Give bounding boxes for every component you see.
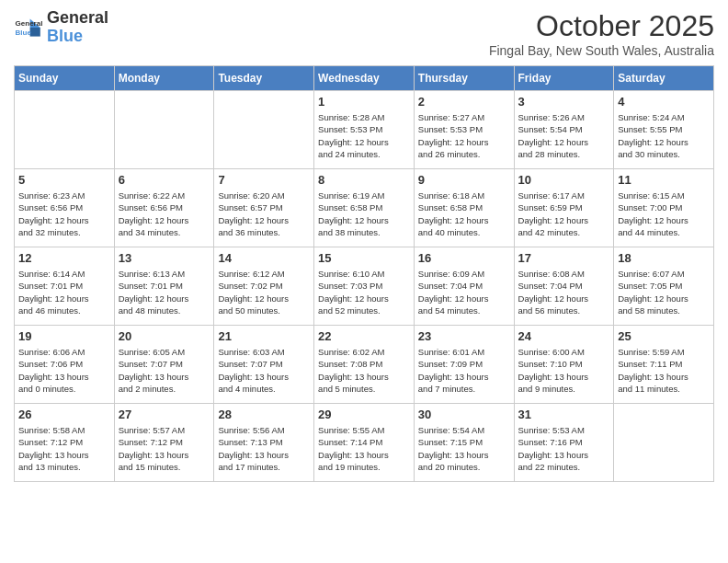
calendar-cell: 13Sunrise: 6:13 AM Sunset: 7:01 PM Dayli… (114, 247, 214, 326)
day-info: Sunrise: 6:07 AM Sunset: 7:05 PM Dayligh… (618, 268, 710, 316)
location-subtitle: Fingal Bay, New South Wales, Australia (489, 43, 714, 58)
svg-text:Blue: Blue (16, 29, 32, 37)
calendar-cell: 15Sunrise: 6:10 AM Sunset: 7:03 PM Dayli… (314, 247, 415, 326)
day-info: Sunrise: 6:09 AM Sunset: 7:04 PM Dayligh… (418, 268, 510, 316)
calendar-cell (214, 91, 314, 169)
calendar-cell: 27Sunrise: 5:57 AM Sunset: 7:12 PM Dayli… (114, 404, 214, 482)
day-number: 13 (119, 251, 210, 265)
calendar-cell: 6Sunrise: 6:22 AM Sunset: 6:56 PM Daylig… (114, 169, 214, 247)
day-info: Sunrise: 5:57 AM Sunset: 7:12 PM Dayligh… (119, 424, 210, 473)
calendar-cell: 17Sunrise: 6:08 AM Sunset: 7:04 PM Dayli… (514, 247, 614, 326)
day-number: 18 (618, 251, 710, 265)
day-number: 29 (318, 408, 410, 421)
day-info: Sunrise: 6:02 AM Sunset: 7:08 PM Dayligh… (318, 346, 410, 395)
page-header: General Blue GeneralBlue October 2025 Fi… (14, 9, 714, 58)
calendar-cell (114, 91, 214, 169)
day-number: 9 (418, 173, 510, 187)
day-number: 15 (318, 251, 410, 265)
calendar-cell: 24Sunrise: 6:00 AM Sunset: 7:10 PM Dayli… (514, 326, 614, 404)
day-number: 30 (418, 408, 510, 421)
calendar-cell: 2Sunrise: 5:27 AM Sunset: 5:53 PM Daylig… (414, 91, 514, 169)
day-info: Sunrise: 6:18 AM Sunset: 6:58 PM Dayligh… (418, 190, 510, 238)
calendar-cell: 5Sunrise: 6:23 AM Sunset: 6:56 PM Daylig… (15, 169, 115, 247)
day-info: Sunrise: 5:53 AM Sunset: 7:16 PM Dayligh… (518, 424, 610, 473)
week-row-3: 12Sunrise: 6:14 AM Sunset: 7:01 PM Dayli… (15, 247, 714, 326)
calendar-cell (614, 404, 714, 482)
day-number: 6 (119, 173, 210, 187)
day-info: Sunrise: 5:56 AM Sunset: 7:13 PM Dayligh… (218, 424, 310, 473)
calendar-cell: 1Sunrise: 5:28 AM Sunset: 5:53 PM Daylig… (314, 91, 415, 169)
day-info: Sunrise: 5:58 AM Sunset: 7:12 PM Dayligh… (18, 424, 110, 473)
calendar-cell: 30Sunrise: 5:54 AM Sunset: 7:15 PM Dayli… (414, 404, 514, 482)
day-info: Sunrise: 5:54 AM Sunset: 7:15 PM Dayligh… (418, 424, 510, 473)
day-number: 8 (318, 173, 410, 187)
day-number: 26 (18, 408, 110, 421)
calendar-cell: 19Sunrise: 6:06 AM Sunset: 7:06 PM Dayli… (15, 326, 115, 404)
day-info: Sunrise: 5:27 AM Sunset: 5:53 PM Dayligh… (418, 111, 510, 160)
day-number: 2 (418, 95, 510, 109)
col-header-tuesday: Tuesday (214, 66, 314, 91)
day-number: 22 (318, 329, 410, 343)
day-number: 21 (218, 329, 310, 343)
col-header-saturday: Saturday (614, 66, 714, 91)
day-number: 10 (518, 173, 610, 187)
calendar-cell: 14Sunrise: 6:12 AM Sunset: 7:02 PM Dayli… (214, 247, 314, 326)
day-number: 23 (418, 329, 510, 343)
day-info: Sunrise: 6:15 AM Sunset: 7:00 PM Dayligh… (618, 190, 710, 238)
logo-text: GeneralBlue (47, 9, 108, 46)
logo: General Blue GeneralBlue (14, 9, 108, 46)
month-title: October 2025 (489, 9, 714, 43)
day-info: Sunrise: 6:20 AM Sunset: 6:57 PM Dayligh… (218, 190, 310, 238)
day-info: Sunrise: 6:08 AM Sunset: 7:04 PM Dayligh… (518, 268, 610, 316)
svg-text:General: General (16, 18, 43, 27)
svg-marker-1 (30, 28, 40, 37)
day-number: 12 (18, 251, 110, 265)
calendar-cell: 8Sunrise: 6:19 AM Sunset: 6:58 PM Daylig… (314, 169, 415, 247)
col-header-monday: Monday (114, 66, 214, 91)
day-number: 16 (418, 251, 510, 265)
day-info: Sunrise: 6:03 AM Sunset: 7:07 PM Dayligh… (218, 346, 310, 395)
day-info: Sunrise: 6:12 AM Sunset: 7:02 PM Dayligh… (218, 268, 310, 316)
day-number: 27 (119, 408, 210, 421)
calendar-header-row: SundayMondayTuesdayWednesdayThursdayFrid… (15, 66, 714, 91)
week-row-5: 26Sunrise: 5:58 AM Sunset: 7:12 PM Dayli… (15, 404, 714, 482)
day-info: Sunrise: 5:26 AM Sunset: 5:54 PM Dayligh… (518, 111, 610, 160)
day-number: 20 (119, 329, 210, 343)
calendar-cell: 28Sunrise: 5:56 AM Sunset: 7:13 PM Dayli… (214, 404, 314, 482)
day-number: 5 (18, 173, 110, 187)
calendar-cell: 9Sunrise: 6:18 AM Sunset: 6:58 PM Daylig… (414, 169, 514, 247)
calendar-cell: 26Sunrise: 5:58 AM Sunset: 7:12 PM Dayli… (15, 404, 115, 482)
day-info: Sunrise: 6:14 AM Sunset: 7:01 PM Dayligh… (18, 268, 110, 316)
day-number: 3 (518, 95, 610, 109)
day-number: 7 (218, 173, 310, 187)
day-info: Sunrise: 5:28 AM Sunset: 5:53 PM Dayligh… (318, 111, 410, 160)
day-info: Sunrise: 6:06 AM Sunset: 7:06 PM Dayligh… (18, 346, 110, 395)
day-number: 14 (218, 251, 310, 265)
calendar-cell: 3Sunrise: 5:26 AM Sunset: 5:54 PM Daylig… (514, 91, 614, 169)
week-row-1: 1Sunrise: 5:28 AM Sunset: 5:53 PM Daylig… (15, 91, 714, 169)
calendar-cell: 23Sunrise: 6:01 AM Sunset: 7:09 PM Dayli… (414, 326, 514, 404)
calendar-cell: 16Sunrise: 6:09 AM Sunset: 7:04 PM Dayli… (414, 247, 514, 326)
day-number: 4 (618, 95, 710, 109)
day-info: Sunrise: 6:23 AM Sunset: 6:56 PM Dayligh… (18, 190, 110, 238)
day-number: 17 (518, 251, 610, 265)
calendar-cell: 31Sunrise: 5:53 AM Sunset: 7:16 PM Dayli… (514, 404, 614, 482)
day-info: Sunrise: 5:59 AM Sunset: 7:11 PM Dayligh… (618, 346, 710, 395)
day-info: Sunrise: 6:00 AM Sunset: 7:10 PM Dayligh… (518, 346, 610, 395)
col-header-sunday: Sunday (15, 66, 115, 91)
day-info: Sunrise: 6:17 AM Sunset: 6:59 PM Dayligh… (518, 190, 610, 238)
calendar-cell: 25Sunrise: 5:59 AM Sunset: 7:11 PM Dayli… (614, 326, 714, 404)
day-number: 1 (318, 95, 410, 109)
day-number: 19 (18, 329, 110, 343)
week-row-2: 5Sunrise: 6:23 AM Sunset: 6:56 PM Daylig… (15, 169, 714, 247)
calendar-cell: 7Sunrise: 6:20 AM Sunset: 6:57 PM Daylig… (214, 169, 314, 247)
day-number: 28 (218, 408, 310, 421)
calendar-cell: 20Sunrise: 6:05 AM Sunset: 7:07 PM Dayli… (114, 326, 214, 404)
day-number: 11 (618, 173, 710, 187)
calendar-cell: 18Sunrise: 6:07 AM Sunset: 7:05 PM Dayli… (614, 247, 714, 326)
day-number: 31 (518, 408, 610, 421)
week-row-4: 19Sunrise: 6:06 AM Sunset: 7:06 PM Dayli… (15, 326, 714, 404)
day-info: Sunrise: 5:55 AM Sunset: 7:14 PM Dayligh… (318, 424, 410, 473)
day-info: Sunrise: 6:13 AM Sunset: 7:01 PM Dayligh… (119, 268, 210, 316)
calendar-cell: 10Sunrise: 6:17 AM Sunset: 6:59 PM Dayli… (514, 169, 614, 247)
